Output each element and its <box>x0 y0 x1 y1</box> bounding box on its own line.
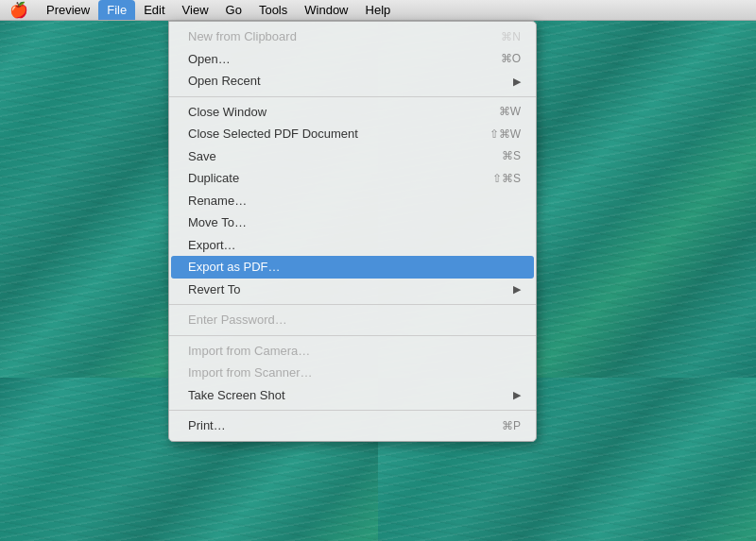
menu-item-export-as-pdf[interactable]: Export as PDF… <box>171 256 534 279</box>
menu-separator-1 <box>169 96 536 97</box>
file-menu-item[interactable]: File <box>98 0 135 20</box>
menu-item-import-camera[interactable]: Import from Camera… <box>169 340 536 363</box>
view-menu-item[interactable]: View <box>174 0 217 20</box>
go-menu-item[interactable]: Go <box>217 0 250 20</box>
menu-item-label: Duplicate <box>188 169 239 188</box>
menu-item-label: Close Selected PDF Document <box>188 125 358 144</box>
menu-item-shortcut: ⌘S <box>502 147 521 164</box>
menu-item-label: Save <box>188 147 216 166</box>
menu-item-shortcut: ⌘P <box>502 417 521 434</box>
menu-separator-3 <box>169 335 536 336</box>
menu-item-label: Revert To <box>188 280 240 299</box>
menu-item-shortcut: ⇧⌘S <box>492 170 521 187</box>
menu-item-open-recent[interactable]: Open Recent ▶ <box>169 70 536 93</box>
menu-item-take-screenshot[interactable]: Take Screen Shot ▶ <box>169 384 536 407</box>
submenu-arrow-icon: ▶ <box>513 387 521 403</box>
menu-item-export[interactable]: Export… <box>169 234 536 257</box>
menu-item-label: Export… <box>188 236 236 255</box>
window-menu-item[interactable]: Window <box>296 0 356 20</box>
menu-item-label: Open Recent <box>188 72 261 91</box>
menu-item-shortcut: ⌘O <box>501 50 521 67</box>
menu-item-label: Enter Password… <box>188 311 287 330</box>
menu-item-label: Open… <box>188 50 231 69</box>
menu-item-new-from-clipboard[interactable]: New from Clipboard ⌘N <box>169 25 536 48</box>
menu-item-open[interactable]: Open… ⌘O <box>169 48 536 71</box>
apple-menu-item[interactable]: 🍎 <box>0 0 38 20</box>
menu-item-label: Export as PDF… <box>188 258 281 277</box>
menu-item-save[interactable]: Save ⌘S <box>169 145 536 168</box>
menu-item-shortcut: ⇧⌘W <box>490 126 521 143</box>
menu-item-close-selected-pdf[interactable]: Close Selected PDF Document ⇧⌘W <box>169 123 536 145</box>
menu-item-rename[interactable]: Rename… <box>169 190 536 212</box>
menu-separator-2 <box>169 304 536 305</box>
menu-item-label: Move To… <box>188 213 247 232</box>
edit-menu-item[interactable]: Edit <box>135 0 173 20</box>
menu-separator-4 <box>169 410 536 411</box>
menu-item-import-scanner[interactable]: Import from Scanner… <box>169 362 536 384</box>
preview-menu-item[interactable]: Preview <box>38 0 98 20</box>
menu-item-print[interactable]: Print… ⌘P <box>169 414 536 437</box>
menu-item-shortcut: ⌘N <box>501 28 521 45</box>
menu-item-label: Take Screen Shot <box>188 386 285 405</box>
menu-item-duplicate[interactable]: Duplicate ⇧⌘S <box>169 167 536 190</box>
help-menu-item[interactable]: Help <box>357 0 400 20</box>
menu-item-label: Import from Camera… <box>188 342 310 361</box>
menu-item-enter-password[interactable]: Enter Password… <box>169 309 536 331</box>
menu-item-label: New from Clipboard <box>188 27 297 46</box>
menu-bar: 🍎 Preview File Edit View Go Tools Window… <box>0 0 756 21</box>
menu-item-revert-to[interactable]: Revert To ▶ <box>169 279 536 301</box>
submenu-arrow-icon: ▶ <box>513 281 521 297</box>
menu-item-label: Import from Scanner… <box>188 363 313 382</box>
menu-item-label: Close Window <box>188 103 266 122</box>
menu-item-close-window[interactable]: Close Window ⌘W <box>169 101 536 124</box>
menu-item-move-to[interactable]: Move To… <box>169 211 536 234</box>
tools-menu-item[interactable]: Tools <box>250 0 296 20</box>
menu-item-label: Rename… <box>188 192 247 211</box>
menu-item-shortcut: ⌘W <box>499 103 521 120</box>
file-dropdown-menu: New from Clipboard ⌘N Open… ⌘O Open Rece… <box>168 21 537 442</box>
menu-item-label: Print… <box>188 416 226 435</box>
submenu-arrow-icon: ▶ <box>513 74 521 90</box>
